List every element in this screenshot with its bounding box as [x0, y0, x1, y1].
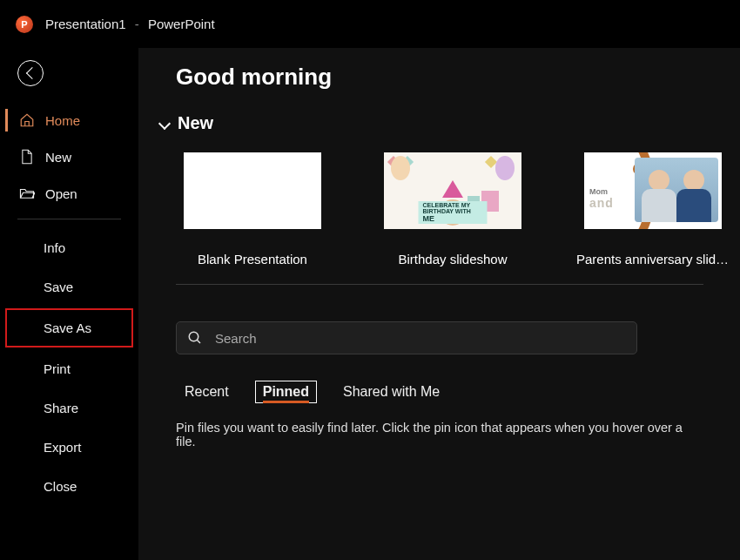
sidebar-item-export[interactable]: Export	[0, 428, 138, 467]
search-input[interactable]	[215, 331, 626, 346]
sidebar-item-print[interactable]: Print	[0, 349, 138, 388]
sidebar-item-close[interactable]: Close	[0, 467, 138, 506]
file-tabs: Recent Pinned Shared with Me	[183, 381, 703, 403]
template-label: Birthday slideshow	[376, 252, 529, 267]
svg-line-1	[197, 340, 200, 343]
back-arrow-icon	[25, 67, 37, 79]
template-label: Parents anniversary slidesh...	[576, 252, 730, 267]
sidebar-item-info[interactable]: Info	[0, 228, 138, 267]
search-box[interactable]	[176, 321, 637, 354]
sidebar-item-share[interactable]: Share	[0, 388, 138, 428]
svg-point-0	[189, 332, 198, 341]
template-parents-anniversary[interactable]: Mom and Parents anniversary slidesh...	[576, 152, 730, 267]
sidebar-separator	[17, 219, 121, 219]
template-thumbnail	[184, 152, 321, 229]
tab-shared-with-me[interactable]: Shared with Me	[341, 381, 441, 402]
pinned-help-text: Pin files you want to easily find later.…	[176, 421, 703, 449]
app-name: PowerPoint	[148, 17, 215, 31]
chevron-down-icon	[158, 117, 171, 129]
powerpoint-app-icon: P	[16, 16, 33, 33]
folder-open-icon	[19, 186, 35, 201]
sidebar-item-new[interactable]: New	[0, 140, 138, 173]
greeting-heading: Good morning	[176, 64, 703, 91]
tab-pinned-label: Pinned	[263, 384, 309, 403]
main-content: Good morning New Blank Presentation	[139, 48, 740, 560]
sidebar-label-home: Home	[45, 113, 80, 128]
sidebar-item-save-as[interactable]: Save As	[5, 308, 133, 347]
template-thumbnail: CELEBRATE MY BIRTHDAY WITH ME	[384, 152, 521, 229]
sidebar-label-open: Open	[45, 186, 77, 201]
sidebar-item-save[interactable]: Save	[0, 267, 138, 307]
back-button[interactable]	[17, 60, 44, 86]
document-name: Presentation1	[45, 17, 126, 31]
sidebar-label-new: New	[45, 150, 71, 165]
new-section-header[interactable]: New	[176, 113, 703, 133]
sidebar-item-home[interactable]: Home	[0, 104, 138, 137]
home-icon	[19, 112, 35, 128]
template-thumbnail: Mom and	[584, 152, 722, 229]
templates-row: Blank Presentation CELEBRAT	[176, 152, 703, 284]
template-blank-presentation[interactable]: Blank Presentation	[176, 152, 329, 267]
tab-recent[interactable]: Recent	[183, 381, 231, 402]
title-bar: P Presentation1 - PowerPoint	[0, 0, 740, 48]
tab-pinned[interactable]: Pinned	[255, 381, 317, 403]
search-icon	[187, 330, 203, 346]
backstage-sidebar: Home New Open Info Save Save As Print Sh…	[0, 48, 139, 560]
title-separator: -	[135, 17, 139, 31]
template-birthday-slideshow[interactable]: CELEBRATE MY BIRTHDAY WITH ME Birthday s…	[376, 152, 529, 267]
section-divider	[176, 284, 703, 285]
sidebar-item-open[interactable]: Open	[0, 177, 138, 210]
new-section-title: New	[178, 113, 213, 133]
template-label: Blank Presentation	[176, 252, 329, 267]
window-title: Presentation1 - PowerPoint	[45, 17, 215, 31]
new-doc-icon	[19, 149, 35, 165]
